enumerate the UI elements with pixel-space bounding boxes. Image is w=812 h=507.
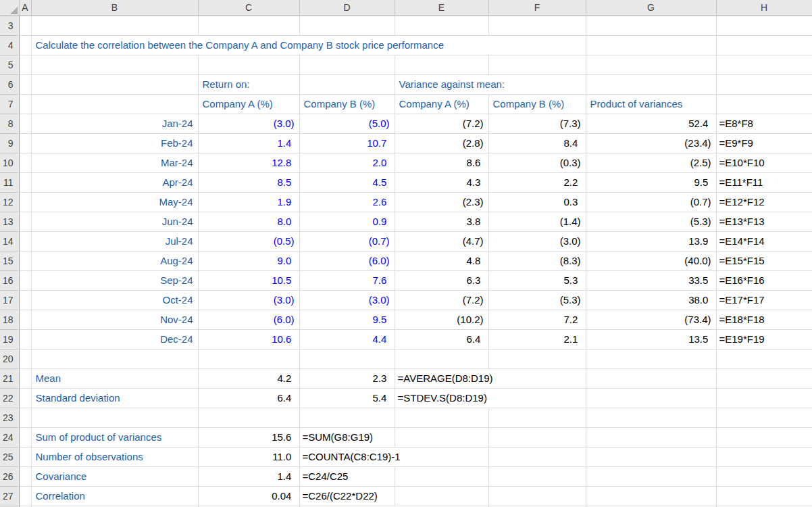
cell-B18[interactable]: Nov-24 bbox=[31, 310, 198, 330]
cell-D11[interactable]: 4.5 bbox=[299, 173, 395, 193]
cell-C21[interactable]: 4.2 bbox=[198, 369, 299, 389]
row-header-13[interactable]: 13 bbox=[0, 212, 19, 232]
cell-C16[interactable]: 10.5 bbox=[198, 271, 299, 291]
cell-D6[interactable] bbox=[299, 75, 395, 95]
cell-G11[interactable]: 9.5 bbox=[586, 173, 716, 193]
cell-D24[interactable]: =SUM(G8:G19) bbox=[299, 428, 395, 448]
cell-D3[interactable] bbox=[299, 16, 395, 36]
cell-H14[interactable]: =E14*F14 bbox=[716, 232, 812, 251]
cell-A24[interactable] bbox=[19, 428, 31, 448]
cell-F15[interactable]: (8.3) bbox=[488, 251, 586, 271]
row-header-15[interactable]: 15 bbox=[0, 251, 19, 271]
result-label-correlation[interactable]: Correlation bbox=[31, 487, 198, 506]
cell-B9[interactable]: Feb-24 bbox=[31, 134, 198, 153]
cell-D13[interactable]: 0.9 bbox=[299, 212, 395, 232]
cell-E8[interactable]: (7.2) bbox=[395, 114, 488, 134]
cell-G12[interactable]: (0.7) bbox=[586, 193, 716, 212]
cell-F17[interactable]: (5.3) bbox=[488, 291, 586, 310]
cell-B3[interactable] bbox=[31, 16, 198, 36]
cell-E11[interactable]: 4.3 bbox=[395, 173, 488, 193]
cell-B23[interactable] bbox=[31, 408, 198, 428]
cell-H7[interactable] bbox=[716, 95, 812, 114]
cell-G25[interactable] bbox=[586, 448, 716, 467]
cell-A20[interactable] bbox=[19, 349, 31, 369]
cell-G24[interactable] bbox=[586, 428, 716, 448]
row-header-23[interactable]: 23 bbox=[0, 408, 19, 428]
cell-E5[interactable] bbox=[395, 55, 488, 75]
column-header-B[interactable]: B bbox=[31, 0, 198, 16]
cell-F12[interactable]: 0.3 bbox=[488, 193, 586, 212]
cell-B19[interactable]: Dec-24 bbox=[31, 330, 198, 349]
cell-B10[interactable]: Mar-24 bbox=[31, 153, 198, 173]
cell-D10[interactable]: 2.0 bbox=[299, 153, 395, 173]
cell-G3[interactable] bbox=[586, 16, 716, 36]
cell-C11[interactable]: 8.5 bbox=[198, 173, 299, 193]
cell-H18[interactable]: =E18*F18 bbox=[716, 310, 812, 330]
cell-A6[interactable] bbox=[19, 75, 31, 95]
cell-E13[interactable]: 3.8 bbox=[395, 212, 488, 232]
cell-E9[interactable]: (2.8) bbox=[395, 134, 488, 153]
cell-D8[interactable]: (5.0) bbox=[299, 114, 395, 134]
cell-H10[interactable]: =E10*F10 bbox=[716, 153, 812, 173]
cell-H20[interactable] bbox=[716, 349, 812, 369]
cell-G5[interactable] bbox=[586, 55, 716, 75]
cell-G23[interactable] bbox=[586, 408, 716, 428]
cell-C18[interactable]: (6.0) bbox=[198, 310, 299, 330]
cell-A14[interactable] bbox=[19, 232, 31, 251]
row-header-19[interactable]: 19 bbox=[0, 330, 19, 349]
column-label-company-b-return[interactable]: Company B (%) bbox=[299, 95, 395, 114]
cell-D20[interactable] bbox=[299, 349, 395, 369]
cell-A3[interactable] bbox=[19, 16, 31, 36]
cell-F25[interactable] bbox=[488, 448, 586, 467]
cell-E10[interactable]: 8.6 bbox=[395, 153, 488, 173]
stat-label-mean[interactable]: Mean bbox=[31, 369, 198, 389]
cell-C10[interactable]: 12.8 bbox=[198, 153, 299, 173]
cell-B6[interactable] bbox=[31, 75, 198, 95]
cell-D17[interactable]: (3.0) bbox=[299, 291, 395, 310]
cell-H9[interactable]: =E9*F9 bbox=[716, 134, 812, 153]
cell-F14[interactable]: (3.0) bbox=[488, 232, 586, 251]
row-header-6[interactable]: 6 bbox=[0, 75, 19, 95]
column-header-H[interactable]: H bbox=[716, 0, 812, 16]
column-header-G[interactable]: G bbox=[586, 0, 716, 16]
row-header-4[interactable]: 4 bbox=[0, 36, 19, 55]
cell-A8[interactable] bbox=[19, 114, 31, 134]
cell-G6[interactable] bbox=[586, 75, 716, 95]
cell-C5[interactable] bbox=[198, 55, 299, 75]
cell-A17[interactable] bbox=[19, 291, 31, 310]
cell-A26[interactable] bbox=[19, 467, 31, 487]
cell-E18[interactable]: (10.2) bbox=[395, 310, 488, 330]
cell-C26[interactable]: 1.4 bbox=[198, 467, 299, 487]
cell-D23[interactable] bbox=[299, 408, 395, 428]
cell-H6[interactable] bbox=[716, 75, 812, 95]
cell-H13[interactable]: =E13*F13 bbox=[716, 212, 812, 232]
cell-D25[interactable]: =COUNTA(C8:C19)-1 bbox=[299, 448, 488, 467]
cell-C9[interactable]: 1.4 bbox=[198, 134, 299, 153]
cell-A7[interactable] bbox=[19, 95, 31, 114]
row-header-20[interactable]: 20 bbox=[0, 349, 19, 369]
cell-A25[interactable] bbox=[19, 448, 31, 467]
cell-F27[interactable] bbox=[488, 487, 586, 506]
cell-D26[interactable]: =C24/C25 bbox=[299, 467, 395, 487]
cell-B11[interactable]: Apr-24 bbox=[31, 173, 198, 193]
cell-H11[interactable]: =E11*F11 bbox=[716, 173, 812, 193]
cell-F11[interactable]: 2.2 bbox=[488, 173, 586, 193]
cell-E27[interactable] bbox=[395, 487, 488, 506]
cell-H23[interactable] bbox=[716, 408, 812, 428]
cell-G27[interactable] bbox=[586, 487, 716, 506]
cell-H25[interactable] bbox=[716, 448, 812, 467]
column-header-F[interactable]: F bbox=[488, 0, 586, 16]
cell-G14[interactable]: 13.9 bbox=[586, 232, 716, 251]
cell-E20[interactable] bbox=[395, 349, 488, 369]
cell-H16[interactable]: =E16*F16 bbox=[716, 271, 812, 291]
cell-C19[interactable]: 10.6 bbox=[198, 330, 299, 349]
cell-H17[interactable]: =E17*F17 bbox=[716, 291, 812, 310]
cell-A5[interactable] bbox=[19, 55, 31, 75]
cell-H26[interactable] bbox=[716, 467, 812, 487]
cell-E22[interactable]: =STDEV.S(D8:D19) bbox=[395, 389, 586, 408]
cell-D19[interactable]: 4.4 bbox=[299, 330, 395, 349]
cell-E19[interactable]: 6.4 bbox=[395, 330, 488, 349]
cell-F5[interactable] bbox=[488, 55, 586, 75]
cell-C8[interactable]: (3.0) bbox=[198, 114, 299, 134]
cell-A15[interactable] bbox=[19, 251, 31, 271]
